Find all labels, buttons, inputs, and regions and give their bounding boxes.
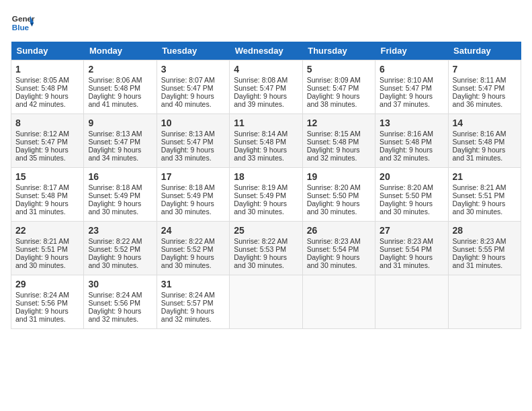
sunrise: Sunrise: 8:14 AM — [234, 130, 287, 138]
daylight: Daylight: 9 hours and 32 minutes. — [88, 307, 141, 323]
sunset: Sunset: 5:47 PM — [161, 138, 214, 146]
sunrise: Sunrise: 8:16 AM — [380, 130, 433, 138]
daylight: Daylight: 9 hours and 36 minutes. — [453, 92, 506, 108]
sunset: Sunset: 5:52 PM — [88, 245, 140, 253]
calendar-cell: 2Sunrise: 8:06 AMSunset: 5:48 PMDaylight… — [84, 60, 157, 114]
sunset: Sunset: 5:48 PM — [380, 138, 432, 146]
sunrise: Sunrise: 8:18 AM — [161, 183, 215, 191]
logo-icon: General Blue — [11, 11, 35, 35]
calendar-cell: 7Sunrise: 8:11 AMSunset: 5:47 PMDaylight… — [448, 60, 521, 114]
daylight: Daylight: 9 hours and 30 minutes. — [15, 253, 69, 269]
sunset: Sunset: 5:50 PM — [307, 191, 359, 199]
day-number: 10 — [161, 118, 225, 128]
calendar-cell — [375, 275, 448, 329]
daylight: Daylight: 9 hours and 30 minutes. — [307, 199, 360, 216]
calendar-cell: 1Sunrise: 8:05 AMSunset: 5:48 PMDaylight… — [11, 60, 84, 114]
sunset: Sunset: 5:47 PM — [307, 84, 359, 92]
daylight: Daylight: 9 hours and 39 minutes. — [234, 92, 287, 108]
calendar-cell: 23Sunrise: 8:22 AMSunset: 5:52 PMDayligh… — [84, 222, 157, 275]
sunset: Sunset: 5:48 PM — [15, 191, 68, 199]
sunset: Sunset: 5:50 PM — [380, 191, 432, 199]
daylight: Daylight: 9 hours and 32 minutes. — [307, 146, 360, 162]
sunset: Sunset: 5:47 PM — [15, 138, 68, 146]
day-number: 18 — [234, 171, 298, 182]
day-number: 19 — [307, 171, 371, 182]
sunrise: Sunrise: 8:22 AM — [88, 237, 142, 245]
day-number: 15 — [15, 171, 79, 182]
calendar-cell: 30Sunrise: 8:24 AMSunset: 5:56 PMDayligh… — [84, 275, 157, 329]
daylight: Daylight: 9 hours and 33 minutes. — [234, 146, 287, 162]
calendar-cell: 8Sunrise: 8:12 AMSunset: 5:47 PMDaylight… — [11, 114, 84, 168]
sunset: Sunset: 5:51 PM — [453, 191, 505, 199]
calendar-cell: 12Sunrise: 8:15 AMSunset: 5:48 PMDayligh… — [302, 114, 375, 168]
calendar-cell — [302, 275, 375, 329]
sunset: Sunset: 5:48 PM — [453, 138, 505, 146]
day-number: 9 — [88, 118, 152, 128]
sunrise: Sunrise: 8:24 AM — [88, 291, 142, 299]
calendar-cell: 5Sunrise: 8:09 AMSunset: 5:47 PMDaylight… — [302, 60, 375, 114]
sunrise: Sunrise: 8:22 AM — [161, 237, 215, 245]
daylight: Daylight: 9 hours and 30 minutes. — [234, 199, 287, 216]
daylight: Daylight: 9 hours and 31 minutes. — [380, 253, 433, 269]
daylight: Daylight: 9 hours and 32 minutes. — [161, 307, 214, 323]
daylight: Daylight: 9 hours and 30 minutes. — [234, 253, 287, 269]
calendar-cell: 21Sunrise: 8:21 AMSunset: 5:51 PMDayligh… — [448, 168, 521, 222]
day-number: 6 — [380, 64, 443, 75]
calendar-cell: 15Sunrise: 8:17 AMSunset: 5:48 PMDayligh… — [11, 168, 84, 222]
calendar-cell: 16Sunrise: 8:18 AMSunset: 5:49 PMDayligh… — [84, 168, 157, 222]
day-number: 20 — [380, 171, 443, 182]
sunset: Sunset: 5:47 PM — [453, 84, 505, 92]
calendar-cell: 29Sunrise: 8:24 AMSunset: 5:56 PMDayligh… — [11, 275, 84, 329]
sunrise: Sunrise: 8:20 AM — [380, 183, 433, 191]
day-number: 22 — [15, 225, 79, 236]
sunrise: Sunrise: 8:21 AM — [453, 183, 506, 191]
calendar-cell: 26Sunrise: 8:23 AMSunset: 5:54 PMDayligh… — [302, 222, 375, 275]
day-number: 13 — [380, 118, 443, 128]
sunrise: Sunrise: 8:23 AM — [307, 237, 361, 245]
calendar-cell: 27Sunrise: 8:23 AMSunset: 5:54 PMDayligh… — [375, 222, 448, 275]
calendar-cell: 20Sunrise: 8:20 AMSunset: 5:50 PMDayligh… — [375, 168, 448, 222]
daylight: Daylight: 9 hours and 42 minutes. — [15, 92, 69, 108]
daylight: Daylight: 9 hours and 30 minutes. — [453, 199, 506, 216]
calendar-cell: 19Sunrise: 8:20 AMSunset: 5:50 PMDayligh… — [302, 168, 375, 222]
calendar-cell: 14Sunrise: 8:16 AMSunset: 5:48 PMDayligh… — [448, 114, 521, 168]
sunrise: Sunrise: 8:08 AM — [234, 76, 287, 84]
day-number: 11 — [234, 118, 298, 128]
sunset: Sunset: 5:47 PM — [161, 84, 214, 92]
week-row-3: 15Sunrise: 8:17 AMSunset: 5:48 PMDayligh… — [11, 168, 521, 222]
sunrise: Sunrise: 8:24 AM — [161, 291, 215, 299]
logo: General Blue — [11, 11, 35, 35]
calendar-cell: 10Sunrise: 8:13 AMSunset: 5:47 PMDayligh… — [157, 114, 229, 168]
calendar-table: SundayMondayTuesdayWednesdayThursdayFrid… — [11, 42, 521, 329]
day-number: 3 — [161, 64, 225, 75]
day-number: 21 — [453, 171, 517, 182]
column-header-thursday: Thursday — [302, 42, 375, 60]
calendar-cell — [230, 275, 302, 329]
daylight: Daylight: 9 hours and 31 minutes. — [15, 307, 69, 323]
daylight: Daylight: 9 hours and 35 minutes. — [15, 146, 69, 162]
sunrise: Sunrise: 8:22 AM — [234, 237, 287, 245]
sunset: Sunset: 5:49 PM — [88, 191, 140, 199]
day-number: 31 — [161, 279, 225, 289]
sunrise: Sunrise: 8:06 AM — [88, 76, 142, 84]
sunset: Sunset: 5:57 PM — [161, 299, 214, 307]
daylight: Daylight: 9 hours and 32 minutes. — [380, 146, 433, 162]
day-number: 8 — [15, 118, 79, 128]
sunrise: Sunrise: 8:05 AM — [15, 76, 69, 84]
svg-text:Blue: Blue — [12, 23, 30, 32]
daylight: Daylight: 9 hours and 33 minutes. — [161, 146, 214, 162]
calendar-cell: 17Sunrise: 8:18 AMSunset: 5:49 PMDayligh… — [157, 168, 229, 222]
calendar-cell: 9Sunrise: 8:13 AMSunset: 5:47 PMDaylight… — [84, 114, 157, 168]
daylight: Daylight: 9 hours and 30 minutes. — [161, 199, 214, 216]
day-number: 2 — [88, 64, 152, 75]
calendar-cell — [448, 275, 521, 329]
calendar-cell: 18Sunrise: 8:19 AMSunset: 5:49 PMDayligh… — [230, 168, 302, 222]
sunrise: Sunrise: 8:16 AM — [453, 130, 506, 138]
sunset: Sunset: 5:47 PM — [88, 138, 140, 146]
calendar-cell: 13Sunrise: 8:16 AMSunset: 5:48 PMDayligh… — [375, 114, 448, 168]
sunset: Sunset: 5:54 PM — [380, 245, 432, 253]
sunset: Sunset: 5:49 PM — [161, 191, 214, 199]
day-number: 17 — [161, 171, 225, 182]
sunrise: Sunrise: 8:17 AM — [15, 183, 69, 191]
sunrise: Sunrise: 8:07 AM — [161, 76, 215, 84]
